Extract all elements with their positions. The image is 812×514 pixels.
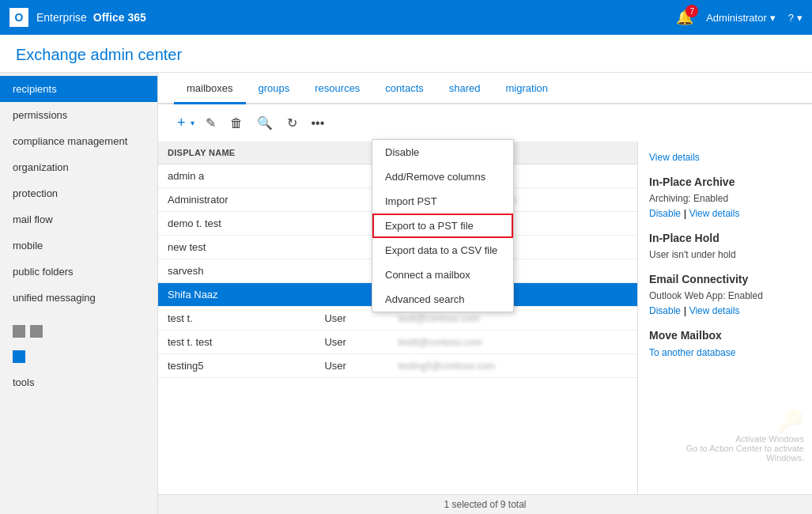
table-row[interactable]: testing5 User testing5@contoso.com [158,354,637,378]
more-button[interactable]: ••• [307,113,330,134]
tab-mailboxes[interactable]: mailboxes [174,73,246,104]
context-menu-disable[interactable]: Disable [372,140,513,164]
tab-resources[interactable]: resources [302,73,372,104]
tab-groups[interactable]: groups [246,73,303,104]
sidebar-item-publicfolders[interactable]: public folders [0,259,157,285]
table-row[interactable]: test t. test User testtt@contoso.com [158,331,637,354]
help-dropdown-icon: ▾ [797,12,803,24]
display-name-cell: admin a [158,164,315,188]
key-icon: 🔑 [686,408,804,434]
sidebar-item-organization[interactable]: organization [0,154,157,180]
hold-status: User isn't under hold [649,249,801,260]
context-menu-export-pst[interactable]: Export to a PST file [372,214,513,238]
activation-line1: Activate Windows [686,434,804,444]
sidebar-item-protection[interactable]: protection [0,180,157,206]
context-menu-export-csv[interactable]: Export data to a CSV file [372,238,513,263]
display-name-cell: Shifa Naaz [158,283,315,307]
sidebar-item-permissions[interactable]: permissions [0,102,157,128]
display-name-cell: new test [158,236,315,259]
notification-badge: 7 [685,5,698,17]
archive-view-details-link[interactable]: View details [689,208,740,219]
toolbar: + ▾ ✎ 🗑 🔍 ↻ ••• Disable Add/Remove colum… [158,104,812,142]
sidebar: recipients permissions compliance manage… [0,73,158,514]
add-dropdown-button[interactable]: ▾ [189,117,196,129]
top-bar-right: 🔔 7 Administrator ▾ ? ▾ [676,9,803,26]
activation-watermark: 🔑 Activate Windows Go to Action Center t… [686,408,804,463]
type-cell: User [315,354,388,378]
add-button[interactable]: + [174,113,189,133]
page-title-bar: Exchange admin center [0,35,812,73]
to-another-database-link[interactable]: To another database [649,347,735,358]
email-cell: testing5@contoso.com [389,354,637,378]
enterprise-label: Enterprise [36,11,87,24]
outlook-web-app-label: Outlook Web App: Enabled [649,290,801,301]
sidebar-icons [0,319,157,344]
display-name-cell: Administrator [158,188,315,212]
page-title: Exchange admin center [16,46,796,64]
display-name-cell: demo t. test [158,212,315,236]
inplace-hold-title: In-Place Hold [649,232,801,244]
col-display-name: DISPLAY NAME [158,142,315,164]
display-name-cell: sarvesh [158,259,315,283]
sidebar-item-compliance[interactable]: compliance management [0,128,157,154]
right-panel: View details In-Place Archive Archiving:… [638,142,812,494]
context-menu-import-pst[interactable]: Import PST [372,189,513,214]
email-connectivity-title: Email Connectivity [649,273,801,285]
move-mailbox-title: Move Mailbox [649,329,801,342]
sidebar-icon-1 [13,325,25,338]
sidebar-item-recipients[interactable]: recipients [0,76,157,102]
inplace-hold-section: In-Place Hold User isn't under hold [649,232,801,260]
refresh-button[interactable]: ↻ [282,112,302,134]
sidebar-item-mailflow[interactable]: mail flow [0,206,157,232]
context-menu-add-remove-columns[interactable]: Add/Remove columns [372,164,513,189]
type-cell: User [315,331,388,354]
admin-dropdown-icon: ▾ [770,12,776,24]
sidebar-item-tools[interactable]: tools [0,369,157,395]
archiving-label: Archiving: Enabled [649,193,801,204]
context-menu-advanced-search[interactable]: Advanced search [372,287,513,312]
email-connectivity-section: Email Connectivity Outlook Web App: Enab… [649,273,801,316]
edit-button[interactable]: ✎ [201,112,221,134]
help-menu[interactable]: ? ▾ [788,12,803,24]
tab-migration[interactable]: migration [493,73,561,104]
move-mailbox-section: Move Mailbox To another database [649,329,801,358]
status-text: 1 selected of 9 total [444,499,526,510]
sidebar-item-unifiedmessaging[interactable]: unified messaging [0,285,157,311]
context-menu-connect-mailbox[interactable]: Connect a mailbox [372,263,513,287]
activation-line3: Windows. [686,453,804,463]
inplace-archive-section: In-Place Archive Archiving: Enabled Disa… [649,176,801,219]
sidebar-item-mobile[interactable]: mobile [0,232,157,259]
delete-button[interactable]: 🗑 [225,113,247,134]
display-name-cell: test t. test [158,331,315,354]
context-menu: Disable Add/Remove columns Import PST Ex… [372,139,514,312]
sidebar-icon-2 [30,325,43,338]
sidebar-icon-3 [13,350,25,363]
conn-view-details-link[interactable]: View details [689,305,740,316]
search-button[interactable]: 🔍 [252,112,278,134]
admin-label: Administrator [706,12,767,24]
tab-bar: mailboxes groups resources contacts shar… [158,73,812,104]
email-cell: testtt@contoso.com [389,331,637,354]
activation-line2: Go to Action Center to activate [686,444,804,453]
top-bar: O Enterprise Office 365 🔔 7 Administrato… [0,0,812,35]
display-name-cell: testing5 [158,354,315,378]
main-layout: recipients permissions compliance manage… [0,73,812,514]
add-button-group[interactable]: + ▾ [174,113,196,133]
office-label: Office 365 [93,11,146,24]
content-area: mailboxes groups resources contacts shar… [158,73,812,514]
sidebar-icons-2 [0,344,157,369]
archive-disable-link[interactable]: Disable [649,208,681,219]
status-bar: 1 selected of 9 total [158,494,812,514]
inplace-archive-title: In-Place Archive [649,176,801,188]
display-name-cell: test t. [158,307,315,331]
office-logo: O [9,8,28,27]
view-details-link[interactable]: View details [649,152,700,163]
help-label: ? [788,12,794,24]
admin-menu[interactable]: Administrator ▾ [706,12,776,24]
view-details-section: View details [649,151,801,163]
conn-disable-link[interactable]: Disable [649,305,681,316]
tab-shared[interactable]: shared [436,73,493,104]
notifications-bell[interactable]: 🔔 7 [676,9,693,26]
tab-contacts[interactable]: contacts [372,73,436,104]
